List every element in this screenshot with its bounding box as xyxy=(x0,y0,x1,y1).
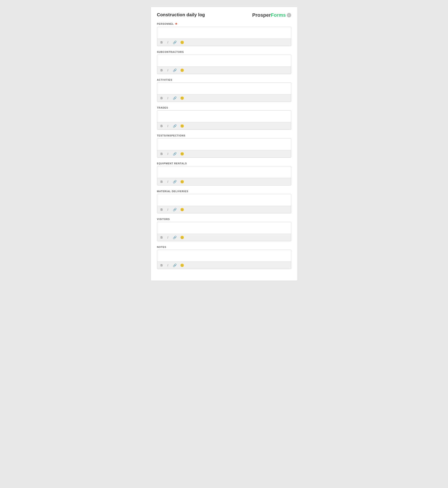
section-material-deliveries: MATERIAL DELIVERIESBI🔗🙂 xyxy=(157,190,291,213)
textarea-activities[interactable] xyxy=(157,83,291,94)
form-header: Construction daily log Prosper Forms × xyxy=(157,12,291,18)
bold-btn-subcontractors[interactable]: B xyxy=(160,68,164,72)
bold-btn-personnel[interactable]: B xyxy=(160,40,164,45)
label-equipment-rentals: EQUIPMENT RENTALS xyxy=(157,162,291,165)
textarea-notes[interactable] xyxy=(157,250,291,261)
textarea-equipment-rentals[interactable] xyxy=(157,166,291,177)
section-activities: ACTIVITIESBI🔗🙂 xyxy=(157,79,291,102)
link-btn-personnel[interactable]: 🔗 xyxy=(172,40,177,45)
label-personnel: PERSONNEL★ xyxy=(157,22,291,25)
textarea-visitors[interactable] xyxy=(157,222,291,233)
label-trades: TRADES xyxy=(157,106,291,109)
textarea-subcontractors[interactable] xyxy=(157,55,291,65)
italic-btn-trades[interactable]: I xyxy=(166,124,170,128)
bold-btn-equipment-rentals[interactable]: B xyxy=(160,180,164,184)
emoji-btn-personnel[interactable]: 🙂 xyxy=(179,40,185,45)
fields-container: PERSONNEL★BI🔗🙂SUBCONTRACTORSBI🔗🙂ACTIVITI… xyxy=(157,22,291,269)
toolbar-trades: BI🔗🙂 xyxy=(157,122,291,130)
section-personnel: PERSONNEL★BI🔗🙂 xyxy=(157,22,291,46)
section-trades: TRADESBI🔗🙂 xyxy=(157,106,291,130)
toolbar-personnel: BI🔗🙂 xyxy=(157,39,291,46)
editor-tests-inspections: BI🔗🙂 xyxy=(157,138,291,157)
label-notes: NOTES xyxy=(157,246,291,248)
italic-btn-tests-inspections[interactable]: I xyxy=(166,152,170,156)
form-title: Construction daily log xyxy=(157,12,205,17)
label-subcontractors: SUBCONTRACTORS xyxy=(157,51,291,53)
emoji-btn-subcontractors[interactable]: 🙂 xyxy=(179,68,185,72)
editor-activities: BI🔗🙂 xyxy=(157,82,291,102)
italic-btn-visitors[interactable]: I xyxy=(166,235,170,240)
toolbar-visitors: BI🔗🙂 xyxy=(157,234,291,241)
bold-btn-activities[interactable]: B xyxy=(160,96,164,100)
section-notes: NOTESBI🔗🙂 xyxy=(157,246,291,269)
label-activities: ACTIVITIES xyxy=(157,79,291,81)
toolbar-notes: BI🔗🙂 xyxy=(157,261,291,269)
italic-btn-notes[interactable]: I xyxy=(166,263,170,268)
editor-equipment-rentals: BI🔗🙂 xyxy=(157,166,291,185)
link-btn-material-deliveries[interactable]: 🔗 xyxy=(172,207,177,212)
toolbar-activities: BI🔗🙂 xyxy=(157,94,291,102)
editor-material-deliveries: BI🔗🙂 xyxy=(157,194,291,213)
editor-visitors: BI🔗🙂 xyxy=(157,222,291,241)
bold-btn-visitors[interactable]: B xyxy=(160,235,164,240)
editor-trades: BI🔗🙂 xyxy=(157,110,291,130)
textarea-trades[interactable] xyxy=(157,110,291,121)
form-container: Construction daily log Prosper Forms × P… xyxy=(151,7,298,281)
toolbar-equipment-rentals: BI🔗🙂 xyxy=(157,178,291,185)
emoji-btn-activities[interactable]: 🙂 xyxy=(179,96,185,100)
editor-notes: BI🔗🙂 xyxy=(157,250,291,269)
link-btn-trades[interactable]: 🔗 xyxy=(172,124,177,128)
editor-personnel: BI🔗🙂 xyxy=(157,27,291,46)
section-tests-inspections: TESTS/INSPECTIONSBI🔗🙂 xyxy=(157,134,291,157)
toolbar-tests-inspections: BI🔗🙂 xyxy=(157,150,291,157)
bold-btn-notes[interactable]: B xyxy=(160,263,164,268)
label-tests-inspections: TESTS/INSPECTIONS xyxy=(157,134,291,137)
link-btn-visitors[interactable]: 🔗 xyxy=(172,235,177,240)
link-btn-tests-inspections[interactable]: 🔗 xyxy=(172,152,177,156)
close-button[interactable]: × xyxy=(287,13,291,17)
section-subcontractors: SUBCONTRACTORSBI🔗🙂 xyxy=(157,51,291,74)
emoji-btn-equipment-rentals[interactable]: 🙂 xyxy=(179,180,185,184)
link-btn-equipment-rentals[interactable]: 🔗 xyxy=(172,180,177,184)
emoji-btn-notes[interactable]: 🙂 xyxy=(179,263,185,268)
bold-btn-material-deliveries[interactable]: B xyxy=(160,207,164,212)
italic-btn-subcontractors[interactable]: I xyxy=(166,68,170,72)
italic-btn-material-deliveries[interactable]: I xyxy=(166,207,170,212)
toolbar-material-deliveries: BI🔗🙂 xyxy=(157,206,291,213)
link-btn-activities[interactable]: 🔗 xyxy=(172,96,177,100)
toolbar-subcontractors: BI🔗🙂 xyxy=(157,66,291,74)
section-visitors: VISITORSBI🔗🙂 xyxy=(157,218,291,241)
italic-btn-personnel[interactable]: I xyxy=(166,40,170,45)
textarea-tests-inspections[interactable] xyxy=(157,138,291,149)
brand-logo: Prosper Forms × xyxy=(252,12,291,18)
section-equipment-rentals: EQUIPMENT RENTALSBI🔗🙂 xyxy=(157,162,291,185)
emoji-btn-tests-inspections[interactable]: 🙂 xyxy=(179,152,185,156)
brand-prosper: Prosper xyxy=(252,12,271,18)
bold-btn-tests-inspections[interactable]: B xyxy=(160,152,164,156)
italic-btn-equipment-rentals[interactable]: I xyxy=(166,180,170,184)
textarea-material-deliveries[interactable] xyxy=(157,194,291,205)
emoji-btn-trades[interactable]: 🙂 xyxy=(179,124,185,128)
brand-forms: Forms xyxy=(271,12,286,18)
link-btn-notes[interactable]: 🔗 xyxy=(172,263,177,268)
link-btn-subcontractors[interactable]: 🔗 xyxy=(172,68,177,72)
italic-btn-activities[interactable]: I xyxy=(166,96,170,100)
label-visitors: VISITORS xyxy=(157,218,291,220)
label-material-deliveries: MATERIAL DELIVERIES xyxy=(157,190,291,193)
editor-subcontractors: BI🔗🙂 xyxy=(157,55,291,74)
emoji-btn-visitors[interactable]: 🙂 xyxy=(179,235,185,240)
bold-btn-trades[interactable]: B xyxy=(160,124,164,128)
emoji-btn-material-deliveries[interactable]: 🙂 xyxy=(179,207,185,212)
required-star-personnel: ★ xyxy=(175,22,178,25)
textarea-personnel[interactable] xyxy=(157,27,291,38)
